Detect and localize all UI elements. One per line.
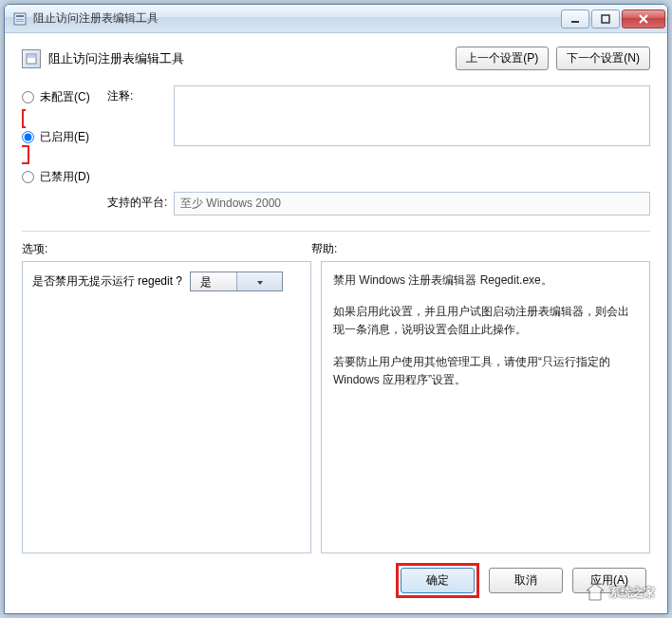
window-controls [559, 9, 665, 28]
platform-value: 至少 Windows 2000 [174, 192, 650, 215]
radio-disabled[interactable]: 已禁用(D) [22, 165, 107, 188]
cancel-button[interactable]: 取消 [489, 568, 563, 593]
radio-not-configured-label: 未配置(C) [40, 89, 90, 105]
policy-title: 阻止访问注册表编辑工具 [48, 50, 456, 67]
titlebar[interactable]: 阻止访问注册表编辑工具 [5, 5, 667, 33]
option-combobox[interactable]: 是 [190, 272, 283, 291]
help-paragraph-1: 禁用 Windows 注册表编辑器 Regedit.exe。 [333, 272, 638, 290]
radio-enabled[interactable]: 已启用(E) [22, 125, 107, 148]
options-panel: 是否禁用无提示运行 regedit ? 是 [22, 261, 311, 553]
ok-button[interactable]: 确定 [401, 568, 475, 593]
help-paragraph-2: 如果启用此设置，并且用户试图启动注册表编辑器，则会出现一条消息，说明设置会阻止此… [333, 303, 638, 339]
platform-label: 支持的平台: [107, 192, 174, 211]
nav-buttons: 上一个设置(P) 下一个设置(N) [456, 47, 650, 70]
dialog-content: 阻止访问注册表编辑工具 上一个设置(P) 下一个设置(N) 未配置(C) 已启用… [5, 33, 667, 613]
option-question: 是否禁用无提示运行 regedit ? [32, 273, 182, 290]
help-paragraph-3: 若要防止用户使用其他管理工具，请使用“只运行指定的 Windows 应用程序”设… [333, 353, 638, 389]
close-button[interactable] [622, 9, 665, 28]
separator [22, 231, 650, 232]
option-combobox-value: 是 [191, 272, 236, 290]
policy-icon [22, 49, 41, 68]
svg-rect-5 [602, 15, 609, 23]
app-icon [12, 11, 28, 27]
comment-textarea[interactable] [174, 85, 650, 146]
radio-enabled-label: 已启用(E) [40, 129, 89, 145]
maximize-button[interactable] [591, 9, 620, 28]
apply-button[interactable]: 应用(A) [572, 568, 646, 593]
svg-rect-1 [16, 15, 24, 17]
dialog-footer: 确定 取消 应用(A) [22, 553, 650, 604]
svg-rect-4 [571, 21, 579, 23]
highlight-ok: 确定 [396, 563, 479, 598]
highlight-enabled: 已启用(E) [22, 109, 107, 164]
radio-not-configured[interactable]: 未配置(C) [22, 85, 107, 108]
svg-rect-7 [28, 55, 35, 58]
radio-enabled-input[interactable] [22, 131, 34, 143]
chevron-down-icon [236, 272, 282, 290]
prev-setting-button[interactable]: 上一个设置(P) [456, 47, 549, 70]
radio-disabled-input[interactable] [22, 171, 34, 183]
option-line: 是否禁用无提示运行 regedit ? 是 [32, 272, 301, 291]
options-label: 选项: [22, 241, 311, 257]
panels-row: 是否禁用无提示运行 regedit ? 是 禁用 Windows 注册表编辑器 … [22, 261, 650, 553]
help-panel: 禁用 Windows 注册表编辑器 Regedit.exe。 如果启用此设置，并… [321, 261, 650, 553]
help-label: 帮助: [311, 241, 650, 257]
header-row: 阻止访问注册表编辑工具 上一个设置(P) 下一个设置(N) [22, 47, 650, 70]
next-setting-button[interactable]: 下一个设置(N) [556, 47, 650, 70]
svg-rect-3 [16, 21, 24, 22]
svg-rect-2 [16, 19, 24, 20]
comment-label: 注释: [107, 85, 174, 104]
panel-labels: 选项: 帮助: [22, 241, 650, 257]
config-grid: 未配置(C) 已启用(E) 已禁用(D) 注释: 支持的平台: 至少 Windo… [22, 85, 650, 215]
window-title: 阻止访问注册表编辑工具 [33, 10, 559, 27]
minimize-button[interactable] [561, 9, 589, 28]
radio-disabled-label: 已禁用(D) [40, 169, 90, 185]
policy-dialog-window: 阻止访问注册表编辑工具 阻止访问注册表编辑工具 上一个设置(P) 下一个设置(N… [4, 4, 668, 614]
radio-not-configured-input[interactable] [22, 91, 34, 103]
